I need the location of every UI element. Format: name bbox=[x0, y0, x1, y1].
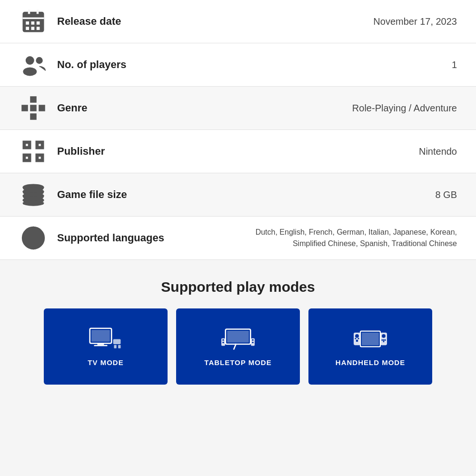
svg-point-59 bbox=[381, 339, 383, 340]
svg-point-61 bbox=[385, 339, 386, 340]
svg-rect-37 bbox=[94, 345, 108, 346]
play-modes-section: Supported play modes TV MODE bbox=[0, 260, 476, 408]
svg-point-45 bbox=[222, 339, 224, 341]
release-date-value: November 17, 2023 bbox=[239, 16, 462, 27]
svg-rect-40 bbox=[118, 345, 120, 348]
svg-rect-14 bbox=[30, 105, 37, 111]
svg-point-51 bbox=[355, 334, 359, 337]
play-modes-container: TV MODE TABLET bbox=[0, 308, 476, 408]
release-date-label: Release date bbox=[52, 15, 239, 28]
tv-icon bbox=[89, 327, 122, 353]
players-icon bbox=[14, 52, 52, 78]
svg-point-54 bbox=[358, 337, 359, 339]
svg-rect-36 bbox=[98, 343, 104, 345]
svg-point-62 bbox=[383, 340, 384, 342]
svg-point-53 bbox=[355, 337, 356, 339]
genre-label: Genre bbox=[52, 102, 239, 114]
genre-icon bbox=[14, 95, 52, 121]
svg-rect-39 bbox=[114, 345, 117, 348]
publisher-icon bbox=[14, 139, 52, 164]
tv-mode-label: TV MODE bbox=[88, 358, 123, 367]
svg-rect-22 bbox=[26, 144, 28, 146]
svg-rect-9 bbox=[37, 27, 40, 30]
handheld-icon bbox=[354, 327, 387, 353]
tabletop-icon bbox=[221, 327, 255, 353]
svg-point-46 bbox=[222, 341, 224, 343]
languages-row: Supported languages Dutch, English, Fren… bbox=[0, 217, 476, 260]
svg-rect-35 bbox=[91, 330, 110, 342]
genre-value: Role-Playing / Adventure bbox=[239, 103, 462, 114]
release-date-row: Release date November 17, 2023 bbox=[0, 0, 476, 43]
svg-rect-42 bbox=[227, 330, 249, 342]
svg-rect-56 bbox=[362, 332, 379, 345]
svg-point-12 bbox=[36, 57, 42, 64]
languages-label: Supported languages bbox=[52, 232, 239, 244]
filesize-value: 8 GB bbox=[239, 189, 462, 200]
info-rows: Release date November 17, 2023 No. of pl… bbox=[0, 0, 476, 260]
tv-mode-card[interactable]: TV MODE bbox=[44, 308, 168, 385]
svg-point-10 bbox=[26, 56, 34, 65]
svg-point-11 bbox=[23, 67, 37, 76]
svg-rect-5 bbox=[31, 21, 35, 25]
svg-point-49 bbox=[252, 341, 254, 343]
svg-point-30 bbox=[23, 200, 44, 206]
svg-rect-7 bbox=[26, 27, 29, 30]
languages-icon bbox=[14, 225, 52, 251]
svg-rect-4 bbox=[26, 21, 29, 25]
svg-rect-16 bbox=[21, 105, 28, 111]
svg-point-48 bbox=[252, 339, 254, 341]
tabletop-mode-card[interactable]: TABLETOP MODE bbox=[176, 308, 300, 385]
players-value: 1 bbox=[239, 60, 462, 70]
publisher-row: Publisher Nintendo bbox=[0, 130, 476, 173]
handheld-mode-label: HANDHELD MODE bbox=[336, 358, 405, 367]
svg-rect-13 bbox=[30, 96, 37, 103]
svg-point-58 bbox=[382, 334, 386, 337]
svg-line-43 bbox=[234, 344, 236, 349]
players-row: No. of players 1 bbox=[0, 43, 476, 87]
svg-rect-25 bbox=[39, 157, 41, 159]
svg-rect-38 bbox=[113, 339, 121, 344]
publisher-value: Nintendo bbox=[239, 146, 462, 157]
play-modes-title: Supported play modes bbox=[0, 260, 476, 308]
svg-rect-17 bbox=[39, 105, 45, 111]
svg-rect-15 bbox=[30, 113, 37, 120]
svg-rect-23 bbox=[39, 144, 41, 146]
players-label: No. of players bbox=[52, 59, 239, 71]
filesize-icon bbox=[14, 182, 52, 208]
publisher-label: Publisher bbox=[52, 145, 239, 158]
genre-row: Genre Role-Playing / Adventure bbox=[0, 87, 476, 130]
svg-rect-6 bbox=[37, 21, 40, 25]
handheld-mode-card[interactable]: HANDHELD MODE bbox=[308, 308, 432, 385]
svg-point-60 bbox=[383, 339, 384, 340]
tabletop-mode-label: TABLETOP MODE bbox=[204, 358, 271, 367]
svg-rect-8 bbox=[31, 27, 35, 30]
svg-rect-24 bbox=[26, 157, 28, 159]
languages-value: Dutch, English, French, German, Italian,… bbox=[239, 227, 462, 249]
filesize-row: Game file size 8 GB bbox=[0, 173, 476, 217]
svg-point-52 bbox=[356, 339, 358, 342]
calendar-icon bbox=[14, 9, 52, 34]
filesize-label: Game file size bbox=[52, 188, 239, 201]
